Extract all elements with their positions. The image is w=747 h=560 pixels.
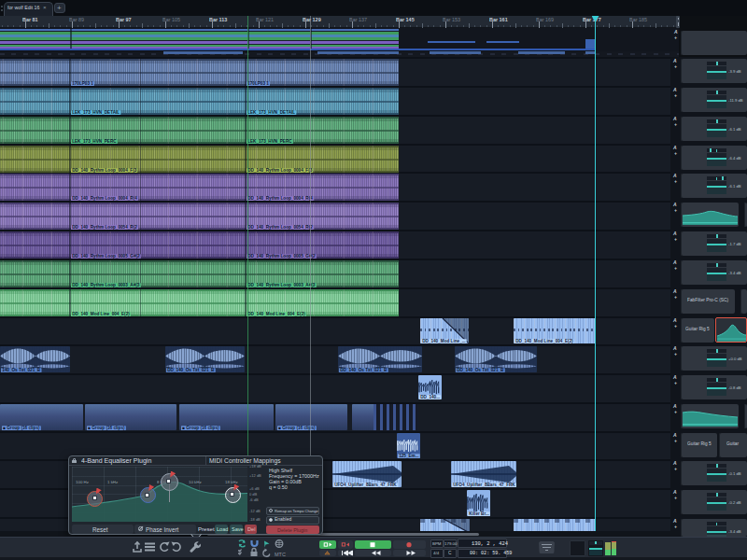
svg-text:MTC: MTC <box>275 552 286 557</box>
